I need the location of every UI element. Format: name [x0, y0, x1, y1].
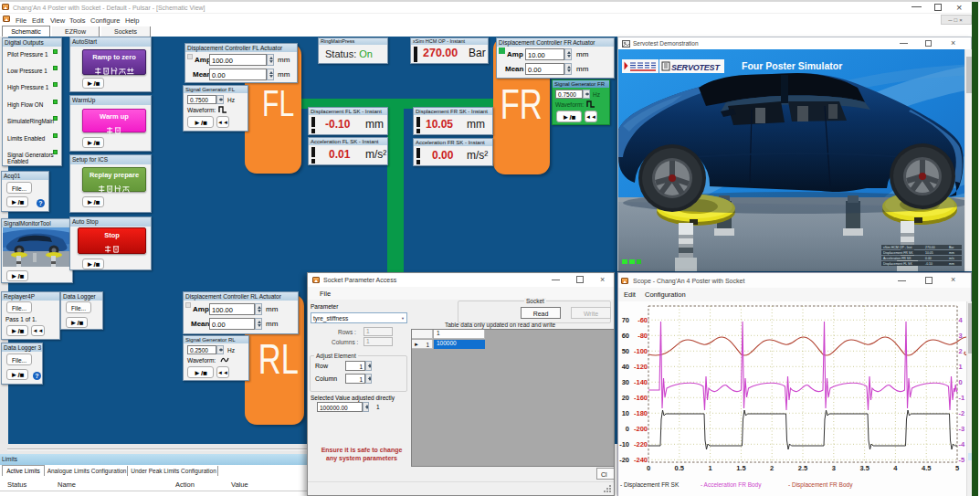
svg-text:-80: -80 — [638, 332, 648, 340]
svg-text:-20: -20 — [619, 456, 629, 464]
svg-text:-2: -2 — [959, 409, 965, 417]
svg-text:- Displacement FR Body: - Displacement FR Body — [788, 481, 853, 489]
svg-text:- Acceleration FR Body: - Acceleration FR Body — [701, 481, 762, 489]
svg-text:70: 70 — [622, 316, 629, 324]
svg-text:4.5: 4.5 — [922, 464, 931, 472]
svg-text:-10: -10 — [619, 440, 629, 449]
svg-text:0.00: 0.00 — [925, 257, 932, 260]
svg-text:-140: -140 — [634, 378, 648, 386]
svg-text:0: 0 — [647, 464, 650, 472]
svg-text:10.05: 10.05 — [925, 251, 933, 255]
svg-text:Displacement FL SK: Displacement FL SK — [883, 262, 912, 266]
svg-text:m/s: m/s — [949, 257, 954, 260]
svg-text:-0.10: -0.10 — [925, 262, 933, 266]
svg-text:30: 30 — [622, 378, 629, 386]
svg-text:10: 10 — [622, 409, 629, 417]
svg-text:-200: -200 — [634, 425, 648, 433]
svg-text:-60: -60 — [638, 316, 648, 324]
svg-text:xSim HCM OP - Inst: xSim HCM OP - Inst — [883, 246, 912, 249]
svg-text:3: 3 — [832, 464, 836, 472]
svg-text:1: 1 — [709, 464, 712, 472]
svg-text:1.5: 1.5 — [736, 464, 745, 472]
svg-text:50: 50 — [622, 347, 629, 355]
svg-text:2: 2 — [959, 347, 963, 355]
svg-text:3.5: 3.5 — [859, 464, 869, 472]
svg-text:2.5: 2.5 — [798, 464, 807, 472]
svg-text:- Displacement FR SK: - Displacement FR SK — [620, 481, 680, 489]
svg-text:mm: mm — [949, 251, 954, 255]
svg-text:1: 1 — [959, 363, 963, 371]
svg-text:0: 0 — [959, 378, 963, 386]
svg-text:2: 2 — [770, 464, 774, 472]
svg-text:-3: -3 — [959, 425, 965, 433]
svg-text:SERVOTEST: SERVOTEST — [671, 63, 721, 72]
svg-text:0.5: 0.5 — [675, 464, 684, 472]
svg-text:-100: -100 — [634, 347, 648, 355]
svg-text:-4: -4 — [959, 440, 965, 449]
svg-text:5: 5 — [955, 464, 959, 472]
svg-text:20: 20 — [622, 394, 629, 402]
svg-text:-120: -120 — [634, 363, 648, 371]
svg-text:Displacement FR SK: Displacement FR SK — [883, 251, 913, 255]
svg-text:270.00: 270.00 — [925, 246, 935, 249]
svg-text:-1: -1 — [959, 394, 965, 402]
svg-text:-240: -240 — [634, 456, 648, 464]
svg-text:60: 60 — [622, 332, 629, 340]
svg-text:Four Poster Simulator: Four Poster Simulator — [742, 60, 842, 71]
svg-text:Bar: Bar — [949, 246, 954, 249]
svg-text:-180: -180 — [634, 409, 648, 417]
svg-text:-5: -5 — [959, 456, 965, 464]
svg-text:0: 0 — [626, 425, 629, 433]
svg-text:Acceleration FR SK: Acceleration FR SK — [883, 257, 912, 260]
svg-text:-160: -160 — [634, 394, 648, 402]
svg-text:mm: mm — [949, 262, 954, 266]
svg-text:40: 40 — [622, 363, 629, 371]
svg-text:-220: -220 — [634, 440, 648, 449]
